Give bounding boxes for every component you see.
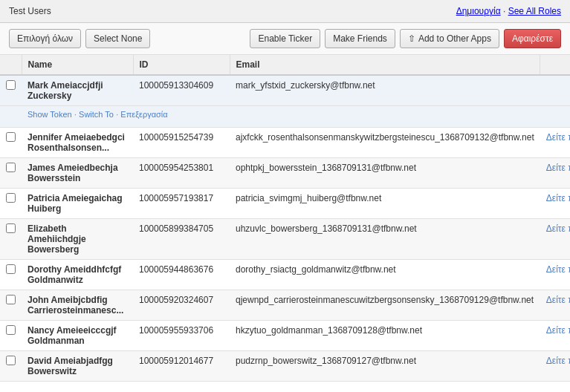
page-title: Test Users [9,6,51,16]
table-row: Jennifer Ameiaebedgci Rosenthalsonsen...… [0,128,570,158]
row-email: mark_yfstxid_zuckersky@tfbnw.net [230,75,540,106]
col-id: ID [133,55,230,75]
row-user-id: 100005913304609 [133,75,230,106]
col-email: Email [230,55,540,75]
row-name: Nancy Ameieeicccgjf Goldmanman [22,321,133,351]
make-friends-button[interactable]: Make Friends [325,29,395,48]
row-user-id: 100005955933706 [133,321,230,351]
row-checkbox[interactable] [6,325,16,335]
row-action[interactable]: Δείτε περισσότερα [540,321,570,351]
row-action[interactable]: Δείτε περισσότερα [540,219,570,260]
row-action[interactable]: Δείτε περισσότερα [540,351,570,382]
row-user-id: 100005920324607 [133,290,230,321]
row-action-link[interactable]: Δείτε περισσότερα [546,132,570,143]
row-email: pudzrnp_bowerswitz_1368709127@tfbnw.net [230,351,540,382]
table-row: James Ameiedbechja Bowersstein1000059542… [0,158,570,189]
row-name: David Ameiabjadfgg Bowerswitz [22,351,133,382]
users-table: Name ID Email Mark Ameiaccjdfji Zuckersk… [0,55,570,382]
header: Test Users Δημιουργία · See All Roles [0,0,570,23]
table-header: Name ID Email [0,55,570,75]
table-row: Nancy Ameieeicccgjf Goldmanman1000059559… [0,321,570,351]
row-name: Mark Ameiaccjdfji Zuckersky [22,75,133,106]
row-email: uhzuvlc_bowersberg_1368709131@tfbnw.net [230,219,540,260]
row-action[interactable]: Δείτε περισσότερα [540,158,570,189]
row-name: Jennifer Ameiaebedgci Rosenthalsonsen... [22,128,133,158]
select-all-button[interactable]: Επιλογή όλων [9,29,81,48]
row-action-link[interactable]: Δείτε περισσότερα [546,264,570,275]
table-row: Elizabeth Amehiichdgje Bowersberg1000058… [0,219,570,260]
row-user-id: 100005899384705 [133,219,230,260]
col-action [540,55,570,75]
row-action[interactable]: Δείτε περισσότερα [540,128,570,158]
row-checkbox[interactable] [6,80,16,90]
row-user-id: 100005957193817 [133,189,230,219]
row-checkbox[interactable] [6,295,16,304]
edit-link[interactable]: Επεξεργασία [120,110,167,119]
row-email: ajxfckk_rosenthalsonsenmanskywitzbergste… [230,128,540,158]
table-row: John Ameibjcbdfig Carrierosteinmanesc...… [0,290,570,321]
switch-to-link[interactable]: Switch To [79,110,114,119]
row-email: ophtpkj_bowersstein_1368709131@tfbnw.net [230,158,540,189]
row-checkbox[interactable] [6,193,16,203]
see-all-roles-link[interactable]: See All Roles [508,6,561,16]
separator-1: · [74,109,77,120]
row-sub-actions: Show Token·Switch To·Επεξεργασία [22,106,570,128]
row-name: John Ameibjcbdfig Carrierosteinmanesc... [22,290,133,321]
toolbar: Επιλογή όλων Select None Enable Ticker M… [0,23,570,55]
row-action-link[interactable]: Δείτε περισσότερα [546,325,570,336]
row-checkbox[interactable] [6,223,16,233]
separator-2: · [116,109,118,120]
header-links: Δημιουργία · See All Roles [456,6,561,16]
col-name: Name [22,55,133,75]
row-user-id: 100005954253801 [133,158,230,189]
enable-ticker-button[interactable]: Enable Ticker [250,29,320,48]
add-to-other-apps-button[interactable]: ⇧ Add to Other Apps [400,29,499,48]
create-link[interactable]: Δημιουργία [456,6,501,16]
table-row: Mark Ameiaccjdfji Zuckersky1000059133046… [0,75,570,106]
add-icon: ⇧ [408,33,415,44]
row-action[interactable]: Δείτε περισσότερα [540,290,570,321]
col-checkbox [0,55,22,75]
row-user-id: 100005912014677 [133,351,230,382]
row-name: James Ameiedbechja Bowersstein [22,158,133,189]
row-checkbox[interactable] [6,264,16,274]
show-token-link[interactable]: Show Token [27,110,72,119]
row-name: Elizabeth Amehiichdgje Bowersberg [22,219,133,260]
row-action[interactable]: Δείτε περισσότερα [540,189,570,219]
remove-button[interactable]: Αφαιρέστε [504,29,561,48]
row-email: hkzytuo_goldmanman_1368709128@tfbnw.net [230,321,540,351]
row-action[interactable]: Δείτε περισσότερα [540,260,570,290]
table-row: Patricia Ameiegaichag Huiberg10000595719… [0,189,570,219]
add-to-other-apps-label: Add to Other Apps [418,33,491,44]
users-table-container: Name ID Email Mark Ameiaccjdfji Zuckersk… [0,55,570,382]
table-row: Dorothy Ameiddhfcfgf Goldmanwitz10000594… [0,260,570,290]
row-expanded-actions: Show Token·Switch To·Επεξεργασία [0,106,570,128]
row-action-link[interactable]: Δείτε περισσότερα [546,163,570,173]
row-email: dorothy_rsiactg_goldmanwitz@tfbnw.net [230,260,540,290]
row-checkbox[interactable] [6,132,16,142]
row-action[interactable]: See Less [540,75,570,106]
row-email: qjewnpd_carrierosteinmanescuwitzbergsons… [230,290,540,321]
row-name: Dorothy Ameiddhfcfgf Goldmanwitz [22,260,133,290]
row-email: patricia_svimgmj_huiberg@tfbnw.net [230,189,540,219]
row-user-id: 100005915254739 [133,128,230,158]
row-user-id: 100005944863676 [133,260,230,290]
select-none-button[interactable]: Select None [85,29,150,48]
row-checkbox[interactable] [6,356,16,365]
row-action-link[interactable]: Δείτε περισσότερα [546,223,570,234]
row-action-link[interactable]: Δείτε περισσότερα [546,193,570,203]
separator: · [503,6,505,16]
table-body: Mark Ameiaccjdfji Zuckersky1000059133046… [0,75,570,382]
table-row: David Ameiabjadfgg Bowerswitz10000591201… [0,351,570,382]
row-name: Patricia Ameiegaichag Huiberg [22,189,133,219]
row-action-link[interactable]: Δείτε περισσότερα [546,295,570,305]
row-checkbox[interactable] [6,163,16,172]
row-action-link[interactable]: Δείτε περισσότερα [546,356,570,366]
